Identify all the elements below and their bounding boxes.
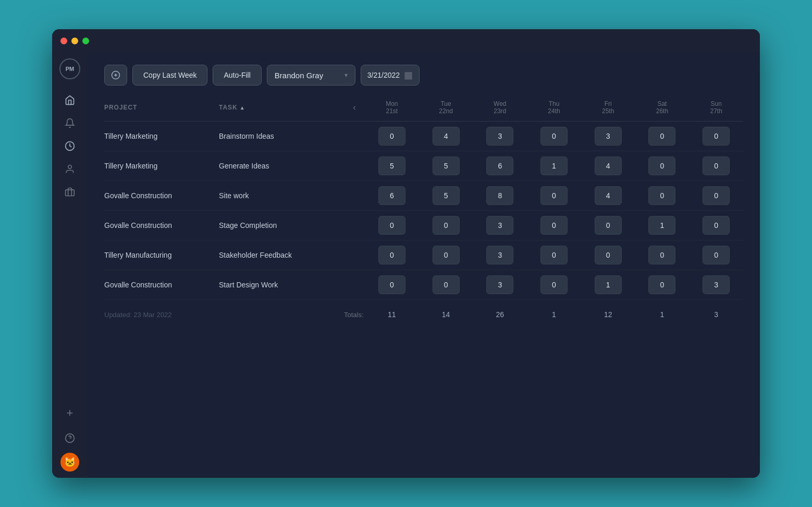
user-avatar[interactable]: 🐱 bbox=[60, 453, 79, 472]
cell-value: 5 bbox=[419, 156, 473, 175]
table-row: Tillery MarketingBrainstorm Ideas0430300 bbox=[104, 122, 743, 151]
hours-input[interactable]: 5 bbox=[433, 156, 460, 175]
hours-input[interactable]: 0 bbox=[378, 127, 405, 146]
hours-input[interactable]: 1 bbox=[540, 156, 568, 175]
hours-input[interactable]: 0 bbox=[648, 127, 675, 146]
cell-value: 0 bbox=[689, 127, 743, 146]
cell-value: 3 bbox=[473, 216, 527, 235]
cell-value: 4 bbox=[419, 127, 473, 146]
hours-input[interactable]: 4 bbox=[595, 156, 622, 175]
hours-input[interactable]: 5 bbox=[378, 156, 405, 175]
cell-value: 1 bbox=[581, 275, 635, 294]
hours-input[interactable]: 8 bbox=[486, 186, 513, 205]
hours-input[interactable]: 0 bbox=[595, 246, 622, 264]
updated-text: Updated: 23 Mar 2022 bbox=[104, 311, 219, 319]
hours-input[interactable]: 3 bbox=[486, 275, 513, 294]
day-header-sun: Sun 27th bbox=[689, 100, 743, 115]
cell-value: 0 bbox=[527, 216, 581, 235]
hours-input[interactable]: 0 bbox=[703, 186, 730, 205]
table-row: Tillery MarketingGenerate Ideas5561400 bbox=[104, 151, 743, 181]
sidebar-item-help[interactable] bbox=[59, 428, 80, 449]
date-picker[interactable]: 3/21/2022 ▦ bbox=[361, 65, 420, 86]
toolbar: Copy Last Week Auto-Fill Brandon Gray ▾ … bbox=[104, 65, 743, 86]
cell-project: Tillery Manufacturing bbox=[104, 251, 219, 259]
add-entry-button[interactable] bbox=[104, 65, 127, 86]
hours-input[interactable]: 0 bbox=[648, 246, 675, 264]
total-tue: 14 bbox=[419, 310, 473, 319]
sidebar-item-time[interactable] bbox=[59, 136, 80, 156]
svg-rect-2 bbox=[66, 190, 75, 196]
hours-input[interactable]: 4 bbox=[433, 127, 460, 146]
hours-input[interactable]: 1 bbox=[595, 275, 622, 294]
hours-input[interactable]: 3 bbox=[703, 275, 730, 294]
hours-input[interactable]: 0 bbox=[595, 216, 622, 235]
sidebar-item-notifications[interactable] bbox=[59, 113, 80, 134]
sidebar-item-add[interactable]: + bbox=[59, 403, 80, 424]
table-row: Govalle ConstructionSite work6580400 bbox=[104, 181, 743, 211]
calendar-icon: ▦ bbox=[404, 69, 413, 81]
cell-task: Brainstorm Ideas bbox=[219, 132, 344, 140]
cell-value: 0 bbox=[419, 216, 473, 235]
sidebar-item-team[interactable] bbox=[59, 159, 80, 179]
title-bar bbox=[52, 29, 760, 52]
cell-task: Start Design Work bbox=[219, 281, 344, 289]
cell-value: 4 bbox=[581, 186, 635, 205]
hours-input[interactable]: 0 bbox=[433, 275, 460, 294]
day-header-mon: Mon 21st bbox=[365, 100, 419, 115]
totals-label: Totals: bbox=[344, 311, 365, 319]
hours-input[interactable]: 0 bbox=[648, 275, 675, 294]
cell-value: 0 bbox=[365, 127, 419, 146]
cell-task: Generate Ideas bbox=[219, 162, 344, 170]
cell-value: 5 bbox=[365, 156, 419, 175]
cell-value: 0 bbox=[527, 127, 581, 146]
total-sun: 3 bbox=[689, 310, 743, 319]
hours-input[interactable]: 0 bbox=[703, 216, 730, 235]
hours-input[interactable]: 0 bbox=[378, 246, 405, 264]
hours-input[interactable]: 1 bbox=[648, 216, 675, 235]
sort-icon[interactable]: ▲ bbox=[240, 105, 245, 111]
total-sat: 1 bbox=[635, 310, 690, 319]
hours-input[interactable]: 0 bbox=[378, 275, 405, 294]
hours-input[interactable]: 3 bbox=[486, 216, 513, 235]
cell-task: Site work bbox=[219, 191, 344, 200]
minimize-button[interactable] bbox=[71, 38, 78, 44]
cell-value: 4 bbox=[581, 156, 635, 175]
user-dropdown[interactable]: Brandon Gray ▾ bbox=[267, 65, 355, 86]
date-value: 3/21/2022 bbox=[367, 71, 400, 79]
hours-input[interactable]: 3 bbox=[486, 246, 513, 264]
hours-input[interactable]: 0 bbox=[540, 216, 568, 235]
maximize-button[interactable] bbox=[82, 38, 89, 44]
close-button[interactable] bbox=[60, 38, 67, 44]
hours-input[interactable]: 0 bbox=[378, 216, 405, 235]
task-header-label: TASK bbox=[219, 104, 238, 111]
hours-input[interactable]: 0 bbox=[540, 275, 568, 294]
sidebar-item-home[interactable] bbox=[59, 90, 80, 111]
cell-value: 0 bbox=[365, 216, 419, 235]
totals-row: Updated: 23 Mar 2022 Totals: 11 14 26 1 … bbox=[104, 302, 743, 319]
hours-input[interactable]: 0 bbox=[433, 216, 460, 235]
hours-input[interactable]: 0 bbox=[648, 186, 675, 205]
hours-input[interactable]: 3 bbox=[486, 127, 513, 146]
sidebar-item-briefcase[interactable] bbox=[59, 182, 80, 202]
cell-value: 0 bbox=[635, 127, 690, 146]
prev-week-button[interactable]: ‹ bbox=[344, 103, 365, 112]
hours-input[interactable]: 5 bbox=[433, 186, 460, 205]
auto-fill-button[interactable]: Auto-Fill bbox=[213, 65, 261, 86]
hours-input[interactable]: 0 bbox=[703, 246, 730, 264]
hours-input[interactable]: 0 bbox=[540, 127, 568, 146]
hours-input[interactable]: 0 bbox=[433, 246, 460, 264]
chevron-down-icon: ▾ bbox=[345, 71, 348, 79]
hours-input[interactable]: 6 bbox=[378, 186, 405, 205]
hours-input[interactable]: 0 bbox=[703, 156, 730, 175]
copy-last-week-button[interactable]: Copy Last Week bbox=[132, 65, 207, 86]
hours-input[interactable]: 0 bbox=[703, 127, 730, 146]
hours-input[interactable]: 0 bbox=[648, 156, 675, 175]
cell-value: 1 bbox=[527, 156, 581, 175]
hours-input[interactable]: 3 bbox=[595, 127, 622, 146]
hours-input[interactable]: 4 bbox=[595, 186, 622, 205]
day-header-thu: Thu 24th bbox=[527, 100, 581, 115]
sidebar-logo: PM bbox=[59, 58, 80, 79]
hours-input[interactable]: 0 bbox=[540, 186, 568, 205]
hours-input[interactable]: 6 bbox=[486, 156, 513, 175]
hours-input[interactable]: 0 bbox=[540, 246, 568, 264]
